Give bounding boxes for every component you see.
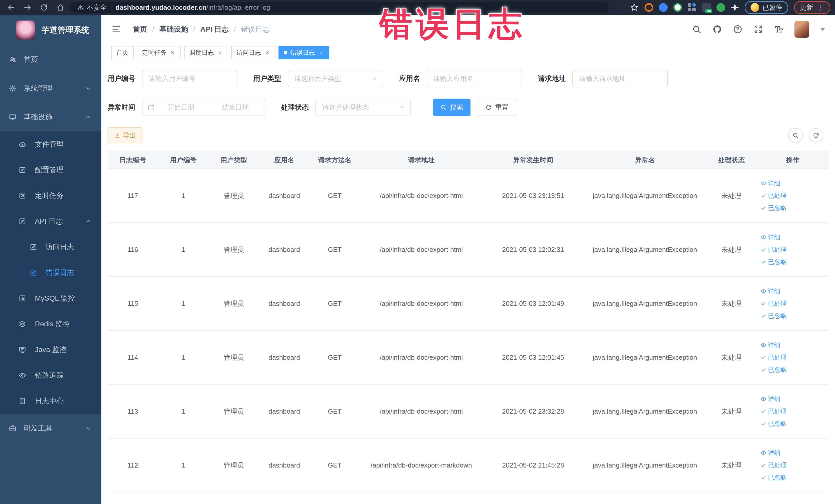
action-link-0[interactable]: 详细 <box>760 179 780 187</box>
sidebar-item-8[interactable]: 错误日志 <box>0 260 101 285</box>
tab-close-icon[interactable] <box>264 49 270 56</box>
action-label: 详细 <box>768 449 780 457</box>
sidebar-item-6[interactable]: API 日志 <box>0 208 101 234</box>
sidebar-item-1[interactable]: 系统管理 <box>0 74 101 103</box>
action-link-2[interactable]: 已忽略 <box>760 366 787 374</box>
avatar-caret-icon[interactable] <box>820 28 825 31</box>
breadcrumb-item-2[interactable]: API 日志 <box>201 24 229 34</box>
browser-back-icon[interactable] <box>5 2 18 13</box>
address-divider <box>111 4 111 11</box>
user-type-select[interactable]: 请选择用户类型 <box>288 70 383 87</box>
reset-button[interactable]: 重置 <box>478 99 516 116</box>
action-link-1[interactable]: 已处理 <box>760 461 787 469</box>
action-link-1[interactable]: 已处理 <box>760 353 787 362</box>
date-range-picker[interactable]: 开始日期 - 结束日期 <box>142 99 265 116</box>
tab-close-icon[interactable] <box>318 49 324 56</box>
font-size-icon[interactable] <box>774 24 784 34</box>
search-button[interactable]: 搜索 <box>433 99 470 116</box>
sidebar-item-11[interactable]: Java 监控 <box>0 337 101 363</box>
eye-icon <box>760 234 767 240</box>
address-bar[interactable]: 不安全 dashboard.yudao.iocoder.cn/infra/log… <box>70 2 609 13</box>
tab-3[interactable]: 访问日志 <box>231 46 276 59</box>
action-link-2[interactable]: 已忽略 <box>760 312 787 320</box>
cell-method: GET <box>309 223 360 277</box>
process-status-select[interactable]: 请选择处理状态 <box>315 99 411 116</box>
action-link-0[interactable]: 详细 <box>760 395 780 403</box>
action-link-0[interactable]: 详细 <box>760 233 780 241</box>
sidebar-item-12[interactable]: 链路追踪 <box>0 363 101 388</box>
cell-time: 2021-05-03 23:13:51 <box>483 169 584 223</box>
action-link-1[interactable]: 已处理 <box>760 299 787 308</box>
tab-4[interactable]: 错误日志 <box>279 46 329 59</box>
tab-close-icon[interactable] <box>170 49 176 56</box>
action-link-1[interactable]: 已处理 <box>760 407 787 416</box>
security-label[interactable]: 不安全 <box>77 3 107 12</box>
help-icon[interactable] <box>733 24 742 34</box>
fullscreen-icon[interactable] <box>753 24 763 34</box>
extension-sprout-icon[interactable] <box>716 3 725 12</box>
sidebar-item-label: 错误日志 <box>45 268 74 278</box>
sidebar-item-4[interactable]: 配置管理 <box>0 157 101 183</box>
action-link-2[interactable]: 已忽略 <box>760 258 787 266</box>
breadcrumb-item-1[interactable]: 基础设施 <box>159 24 188 34</box>
search-icon[interactable] <box>692 24 701 34</box>
cell-user-id: 1 <box>158 330 209 384</box>
action-link-0[interactable]: 详细 <box>760 287 780 295</box>
browser-reload-icon[interactable] <box>38 2 50 13</box>
extension-on-icon[interactable]: on <box>702 3 711 12</box>
cell-url: /api/infra/db-doc/export-html <box>360 223 483 277</box>
browser-home-icon[interactable] <box>54 2 67 13</box>
table-row: 1131管理员dashboardGET/api/infra/db-doc/exp… <box>107 384 829 438</box>
action-label: 已处理 <box>768 353 787 362</box>
app-name-input[interactable] <box>427 70 522 87</box>
action-link-2[interactable]: 已忽略 <box>760 473 787 482</box>
action-link-1[interactable]: 已处理 <box>760 191 787 200</box>
browser-update-button[interactable]: 更新 ⋮ <box>794 1 830 14</box>
refresh-table-button[interactable] <box>809 128 823 142</box>
sidebar-item-3[interactable]: 文件管理 <box>0 132 101 157</box>
breadcrumb-item-0[interactable]: 首页 <box>133 24 147 34</box>
extension-orange-icon[interactable] <box>645 3 653 12</box>
sidebar-item-10[interactable]: Redis 监控 <box>0 311 101 337</box>
breadcrumb: 首页/基础设施/API 日志/错误日志 <box>133 24 270 34</box>
github-icon[interactable] <box>712 24 722 34</box>
action-link-0[interactable]: 详细 <box>760 341 780 349</box>
profile-paused-badge[interactable]: 已暂停 <box>745 1 788 14</box>
eye-icon <box>760 180 767 186</box>
app-logo-row[interactable]: 芋道管理系统 <box>0 15 101 45</box>
extension-star-icon[interactable] <box>731 3 739 12</box>
user-avatar[interactable] <box>794 21 809 38</box>
tab-1[interactable]: 定时任务 <box>137 46 181 59</box>
action-link-2[interactable]: 已忽略 <box>760 204 787 212</box>
cell-app: dashboard <box>259 330 309 384</box>
sidebar-item-5[interactable]: 定时任务 <box>0 183 101 208</box>
sidebar-item-label: 定时任务 <box>35 191 64 201</box>
sidebar-collapse-icon[interactable] <box>111 24 121 35</box>
user-id-input[interactable] <box>142 70 237 87</box>
tab-label: 错误日志 <box>290 48 315 57</box>
bookmark-star-icon[interactable] <box>630 3 639 12</box>
sidebar-item-2[interactable]: 基础设施 <box>0 103 101 132</box>
sidebar-item-7[interactable]: 访问日志 <box>0 234 101 260</box>
action-link-0[interactable]: 详细 <box>760 449 780 457</box>
page-content: 用户编号 用户类型 请选择用户类型 应用名 请求地址 异常时间 <box>101 62 835 504</box>
check-icon <box>760 193 767 199</box>
tab-close-icon[interactable] <box>217 49 223 56</box>
extension-blue-icon[interactable] <box>659 3 668 12</box>
sidebar-item-9[interactable]: MySQL 监控 <box>0 285 101 311</box>
tab-2[interactable]: 调度日志 <box>184 46 228 59</box>
export-button[interactable]: 导出 <box>107 127 142 143</box>
request-url-input[interactable] <box>573 70 667 87</box>
browser-menu-icon[interactable]: ⋮ <box>817 4 824 11</box>
sidebar-item-14[interactable]: 研发工具 <box>0 414 101 443</box>
action-link-2[interactable]: 已忽略 <box>760 420 787 428</box>
sidebar-item-13[interactable]: 日志中心 <box>0 388 101 414</box>
sidebar-item-0[interactable]: 首页 <box>0 45 101 74</box>
extension-green-icon[interactable] <box>673 3 682 12</box>
browser-forward-icon[interactable] <box>21 2 34 13</box>
toggle-search-button[interactable] <box>788 128 803 142</box>
action-link-1[interactable]: 已处理 <box>760 245 787 254</box>
extension-grid-icon[interactable] <box>688 3 696 12</box>
tab-0[interactable]: 首页 <box>111 46 134 59</box>
smiley-emoji-icon <box>751 3 759 12</box>
